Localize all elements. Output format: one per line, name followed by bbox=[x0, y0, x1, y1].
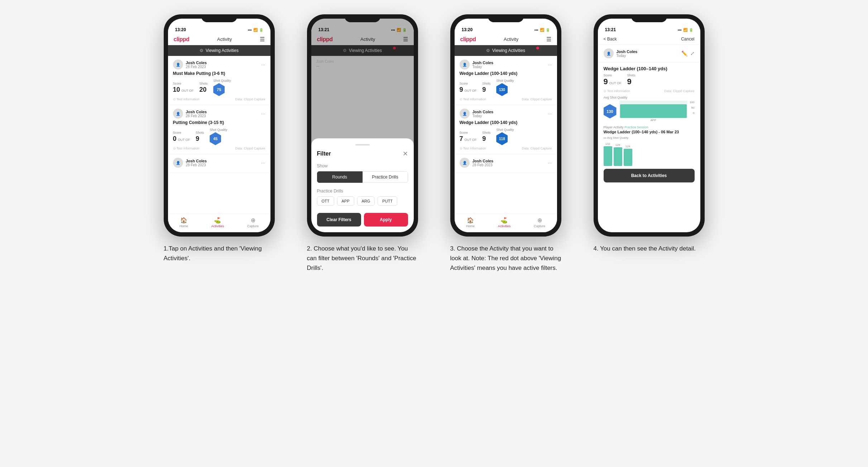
more-dots-1-2[interactable]: ··· bbox=[261, 111, 265, 116]
expand-icon[interactable]: ⤢ bbox=[690, 51, 695, 56]
back-button[interactable]: < Back bbox=[604, 37, 617, 42]
activity-title-3-2: Wedge Ladder (100-140 yds) bbox=[460, 120, 552, 125]
drill-tag-arg[interactable]: ARG bbox=[357, 196, 375, 206]
nav-activities-label-3: Activities bbox=[498, 224, 511, 228]
nav-activities-1[interactable]: ⛳ Activities bbox=[211, 217, 224, 228]
footer-left-1-1: ⊙ Test Information bbox=[173, 97, 200, 101]
more-dots-1-3[interactable]: ··· bbox=[261, 160, 265, 166]
shots-value-3-1: 9 bbox=[482, 86, 490, 94]
more-dots-1-1[interactable]: ··· bbox=[261, 62, 265, 67]
app-header-3: clippd Activity ☰ bbox=[455, 34, 557, 45]
footer-right-3-2: Data: Clippd Capture bbox=[522, 147, 552, 150]
drill-tag-putt[interactable]: PUTT bbox=[378, 196, 397, 206]
drill-tag-app[interactable]: APP bbox=[337, 196, 354, 206]
drill-tag-ott[interactable]: OTT bbox=[317, 196, 334, 206]
pa-pre-label: Player Activity Practice Session bbox=[604, 125, 695, 129]
shots-label-1-1: Shots bbox=[199, 82, 207, 85]
description-3: 3. Choose the Activity that you want to … bbox=[450, 244, 561, 273]
activity-card-3-2[interactable]: 👤 Josh Coles Today ··· Wedge Ladder (100… bbox=[455, 105, 557, 154]
stats-row-3-1: Score 9 OUT OF Shots 9 bbox=[460, 79, 552, 96]
status-time-1: 13:20 bbox=[175, 27, 186, 32]
activities-icon-1: ⛳ bbox=[214, 217, 221, 224]
home-icon-3: 🏠 bbox=[467, 217, 474, 224]
description-4: 4. You can then see the Activity detail. bbox=[594, 244, 705, 253]
more-dots-3-2[interactable]: ··· bbox=[548, 111, 552, 116]
rounds-toggle[interactable]: Rounds bbox=[317, 171, 363, 183]
phone-frame-3: 13:20 ▪▪▪ 📶 🔋 clippd Activity ☰ ⚙ bbox=[450, 14, 561, 237]
avg-sq-row: 130 100 50 0 bbox=[604, 101, 695, 122]
score-label-1-1: Score bbox=[173, 82, 194, 85]
filter-overlay: Filter ✕ Show Rounds Practice Drills Pra… bbox=[311, 19, 414, 232]
more-dots-3-1[interactable]: ··· bbox=[548, 62, 552, 67]
avatar-4: 👤 bbox=[604, 48, 614, 58]
pa-link-label: Practice Session bbox=[624, 125, 648, 129]
drill-tags: OTT APP ARG PUTT bbox=[317, 196, 408, 206]
user-name-1-1: Josh Coles bbox=[186, 61, 207, 65]
viewing-banner-3[interactable]: ⚙ Viewing Activities bbox=[455, 45, 557, 56]
apply-button[interactable]: Apply bbox=[364, 213, 408, 227]
desc-text-2: 2. Choose what you'd like to see. You ca… bbox=[307, 245, 417, 271]
avatar-3-2: 👤 bbox=[460, 109, 470, 119]
pa-title: Wedge Ladder (100–140 yds) - 06 Mar 23 bbox=[604, 130, 695, 134]
avg-sq-label: Avg Shot Quality bbox=[604, 96, 695, 99]
screen-scroll-1: 👤 Josh Coles 28 Feb 2023 ··· Must Make P… bbox=[168, 56, 270, 214]
activity-card-1-2[interactable]: 👤 Josh Coles 28 Feb 2023 ··· Putting Com… bbox=[168, 105, 270, 154]
activity-card-3-3[interactable]: 👤 Josh Coles 28 Feb 2023 ··· bbox=[455, 154, 557, 173]
activity-card-3-1[interactable]: 👤 Josh Coles Today ··· Wedge Ladder (100… bbox=[455, 56, 557, 105]
bar-group-1: 132 bbox=[604, 142, 612, 166]
bar-val-1: 132 bbox=[605, 142, 610, 146]
nav-capture-3[interactable]: ⊕ Capture bbox=[534, 217, 545, 228]
viewing-banner-1[interactable]: ⚙ Viewing Activities bbox=[168, 45, 270, 56]
desc-text-1: 1.Tap on Activities and then 'Viewing Ac… bbox=[164, 245, 262, 262]
hamburger-1[interactable]: ☰ bbox=[260, 36, 265, 43]
phone-screen-1: 13:20 ▪▪▪ 📶 🔋 clippd Activity ☰ bbox=[168, 19, 270, 232]
outof-3-1: OUT OF bbox=[465, 89, 477, 92]
filter-actions: Clear Filters Apply bbox=[317, 213, 408, 227]
practice-drills-toggle[interactable]: Practice Drills bbox=[363, 171, 408, 183]
filter-close-button[interactable]: ✕ bbox=[403, 150, 408, 158]
more-dots-3-3[interactable]: ··· bbox=[548, 160, 552, 166]
activity-card-1-3[interactable]: 👤 Josh Coles 28 Feb 2023 ··· bbox=[168, 154, 270, 173]
cancel-button[interactable]: Cancel bbox=[681, 37, 694, 42]
edit-icon[interactable]: ✏️ bbox=[681, 51, 687, 56]
red-dot-3 bbox=[536, 47, 539, 49]
user-date-1-3: 28 Feb 2023 bbox=[186, 163, 207, 167]
clear-filters-button[interactable]: Clear Filters bbox=[317, 213, 361, 227]
status-time-3: 13:20 bbox=[462, 27, 473, 32]
score-label-3-1: Score bbox=[460, 82, 477, 85]
avatar-3-1: 👤 bbox=[460, 59, 470, 70]
nav-home-3[interactable]: 🏠 Home bbox=[466, 217, 475, 228]
activity-card-1-1[interactable]: 👤 Josh Coles 28 Feb 2023 ··· Must Make P… bbox=[168, 56, 270, 105]
nav-home-1[interactable]: 🏠 Home bbox=[179, 217, 188, 228]
score-label-1-2: Score bbox=[173, 131, 190, 134]
hamburger-3[interactable]: ☰ bbox=[546, 36, 551, 43]
activity-title-3-1: Wedge Ladder (100-140 yds) bbox=[460, 71, 552, 76]
filter-sheet: Filter ✕ Show Rounds Practice Drills Pra… bbox=[311, 138, 414, 232]
app-axis-label: APP bbox=[619, 119, 687, 122]
footer-right-1-2: Data: Clippd Capture bbox=[235, 147, 265, 150]
back-to-activities-button[interactable]: Back to Activities bbox=[604, 169, 695, 182]
nav-capture-1[interactable]: ⊕ Capture bbox=[247, 217, 259, 228]
shots-label-3-1: Shots bbox=[482, 82, 490, 85]
status-bar-3: 13:20 ▪▪▪ 📶 🔋 bbox=[455, 22, 557, 34]
activity-title-1-2: Putting Combine (3-15 ft) bbox=[173, 120, 265, 125]
sq-badge-3-1: 130 bbox=[496, 83, 508, 96]
footer-left-1-2: ⊙ Test Information bbox=[173, 147, 200, 150]
filter-handle bbox=[355, 144, 370, 146]
card-footer-3-2: ⊙ Test Information Data: Clippd Capture bbox=[460, 147, 552, 150]
detail-footer-row: ⊙ Test Information Data: Clippd Capture bbox=[604, 89, 695, 93]
user-name-1-2: Josh Coles bbox=[186, 110, 207, 114]
nav-capture-label-3: Capture bbox=[534, 224, 545, 228]
user-date-3-3: 28 Feb 2023 bbox=[473, 163, 494, 167]
outof-3-2: OUT OF bbox=[465, 138, 477, 142]
notch-1 bbox=[201, 14, 237, 22]
nav-home-label-3: Home bbox=[466, 224, 475, 228]
nav-activities-3[interactable]: ⛳ Activities bbox=[498, 217, 511, 228]
bar-1 bbox=[604, 146, 612, 166]
sq-badge-1-1: 75 bbox=[213, 83, 225, 96]
bar-2 bbox=[614, 147, 622, 166]
footer-left-3-2: ⊙ Test Information bbox=[460, 147, 486, 150]
avatar-1-1: 👤 bbox=[173, 59, 183, 70]
description-2: 2. Choose what you'd like to see. You ca… bbox=[307, 244, 418, 273]
detail-user-name: Josh Coles bbox=[617, 49, 638, 54]
